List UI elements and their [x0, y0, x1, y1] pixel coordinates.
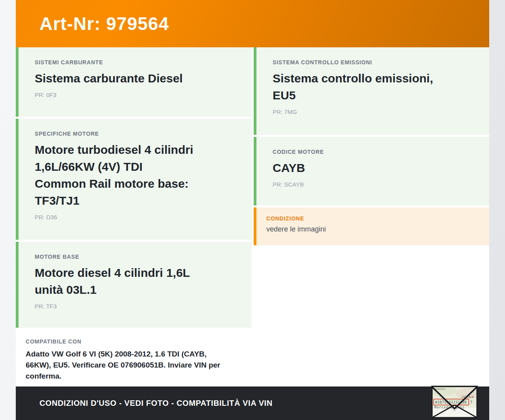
card-label: MOTORE BASE	[35, 254, 237, 260]
article-number-title: Art-Nr: 979564	[39, 13, 169, 34]
card-label: COMPATIBILE CON	[26, 338, 240, 345]
card-title: Motore turbodiesel 4 cilindri 1,6L/66KW …	[35, 141, 237, 209]
card-label: CONDIZIONE	[266, 215, 480, 222]
card-pr-code: PR: D36	[35, 214, 237, 220]
card-label: SISTEMA CONTROLLO EMISSIONI	[273, 59, 474, 65]
listing-content: Art-Nr: 979564 SISTEMI CARBURANTE Sistem…	[16, 0, 489, 420]
header-banner: Art-Nr: 979564	[16, 0, 489, 47]
footer-notice-text: CONDIZIONI D'USO - VEDI FOTO - COMPATIBI…	[39, 399, 273, 408]
card-condition: CONDIZIONE vedere le immagini	[254, 207, 489, 245]
card-title: Sistema carburante Diesel	[35, 70, 237, 87]
card-pr-code: PR: 0F3	[35, 91, 237, 98]
left-column: SISTEMI CARBURANTE Sistema carburante Di…	[16, 47, 252, 386]
card-fuel-system: SISTEMI CARBURANTE Sistema carburante Di…	[16, 47, 252, 117]
envelope-icon: Fahrgestellnr. [4] AiA W1B71463J31298 7 …	[431, 386, 478, 418]
card-label: SPECIFICHE MOTORE	[35, 131, 237, 137]
card-engine-code: CODICE MOTORE CAYB PR: SCAYB	[254, 137, 489, 205]
vin-extra-text: 7	[470, 400, 472, 404]
condition-text: vedere le immagini	[266, 225, 480, 233]
footer-bar: CONDIZIONI D'USO - VEDI FOTO - COMPATIBI…	[16, 386, 489, 420]
card-label: CODICE MOTORE	[273, 149, 474, 155]
spec-cards-area: SISTEMI CARBURANTE Sistema carburante Di…	[16, 47, 489, 386]
listing-page: Art-Nr: 979564 SISTEMI CARBURANTE Sistem…	[0, 0, 505, 420]
card-compatibility: COMPATIBILE CON Adatto VW Golf 6 VI (5K)…	[16, 330, 252, 385]
card-engine-specs: SPECIFICHE MOTORE Motore turbodiesel 4 c…	[16, 119, 252, 240]
compatibility-text: Adatto VW Golf 6 VI (5K) 2008-2012, 1.6 …	[26, 349, 240, 382]
card-base-engine: MOTORE BASE Motore diesel 4 cilindri 1,6…	[16, 242, 252, 328]
card-title: Sistema controllo emissioni, EU5	[273, 70, 474, 104]
card-title: CAYB	[273, 159, 474, 176]
card-pr-code: PR: TF3	[35, 303, 237, 310]
card-emission-system: SISTEMA CONTROLLO EMISSIONI Sistema cont…	[254, 47, 489, 135]
card-label: SISTEMI CARBURANTE	[35, 59, 237, 65]
card-pr-code: PR: SCAYB	[273, 181, 474, 188]
card-pr-code: PR: 7MG	[273, 108, 474, 115]
vin-document-envelope-image: Fahrgestellnr. [4] AiA W1B71463J31298 7 …	[431, 386, 478, 418]
right-column: SISTEMA CONTROLLO EMISSIONI Sistema cont…	[254, 47, 489, 386]
card-title: Motore diesel 4 cilindri 1,6L unità 03L.…	[35, 264, 237, 298]
